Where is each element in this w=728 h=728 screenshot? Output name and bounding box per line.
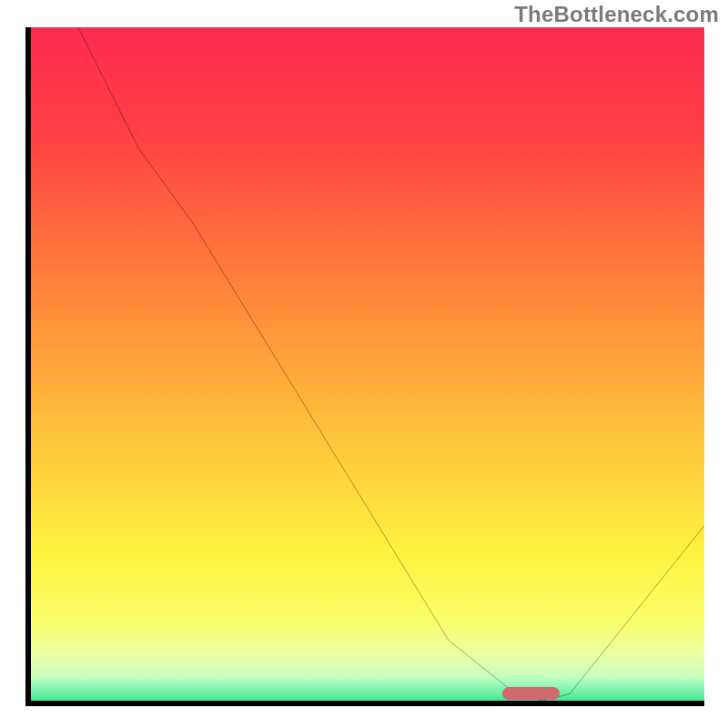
watermark-text: TheBottleneck.com xyxy=(514,2,719,27)
chart-container: TheBottleneck.com xyxy=(0,0,728,728)
plot-area xyxy=(25,27,704,706)
line-curve xyxy=(31,27,704,701)
optimal-marker xyxy=(502,687,560,700)
